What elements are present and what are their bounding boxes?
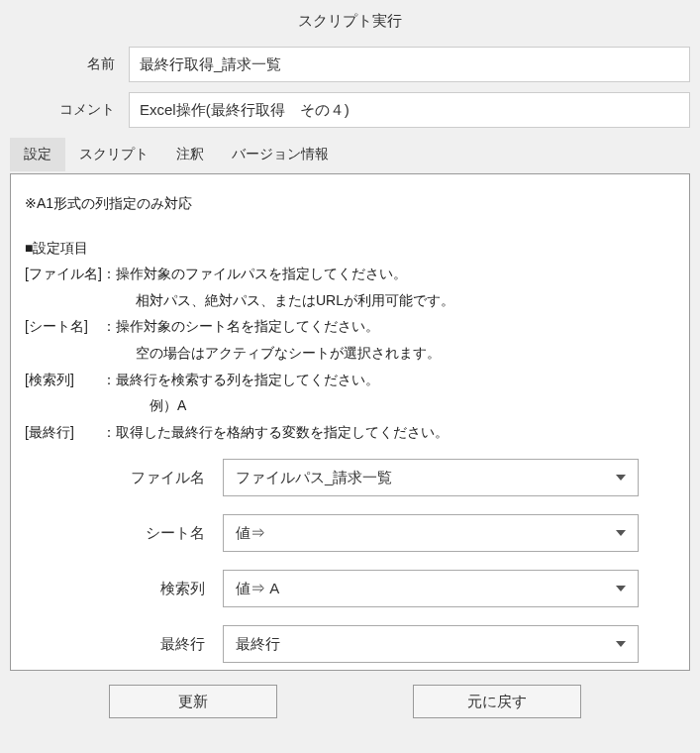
tab-settings[interactable]: 設定 (10, 138, 65, 171)
desc-searchcol-1: [検索列] ：最終行を検索する列を指定してください。 (25, 367, 675, 393)
desc-heading: ■設定項目 (25, 235, 675, 262)
lastrow-dropdown[interactable]: 最終行 (223, 625, 639, 663)
lastrow-field-label: 最終行 (104, 635, 223, 654)
sheetname-dropdown[interactable]: 値⇒ (223, 514, 639, 552)
desc-sheetname-2: 空の場合はアクティブなシートが選択されます。 (25, 340, 675, 367)
chevron-down-icon (616, 586, 626, 592)
filename-dropdown[interactable]: ファイルパス_請求一覧 (223, 459, 639, 496)
sheetname-field-label: シート名 (104, 524, 223, 543)
tab-bar: 設定 スクリプト 注釈 バージョン情報 (10, 138, 690, 171)
desc-filename-2: 相対パス、絶対パス、またはURLが利用可能です。 (25, 287, 675, 314)
name-label: 名前 (10, 55, 129, 73)
desc-lastrow-1: [最終行] ：取得した最終行を格納する変数を指定してください。 (25, 419, 675, 446)
desc-filename-1: [ファイル名]：操作対象のファイルパスを指定してください。 (25, 261, 675, 287)
chevron-down-icon (616, 475, 626, 481)
filename-field-label: ファイル名 (104, 469, 223, 487)
searchcol-dropdown-text: 値⇒ A (236, 580, 279, 598)
window-title: スクリプト実行 (0, 0, 700, 43)
desc-searchcol-2: 例）A (25, 392, 675, 419)
desc-sheetname-1: [シート名] ：操作対象のシート名を指定してください。 (25, 313, 675, 340)
lastrow-dropdown-text: 最終行 (236, 635, 280, 654)
chevron-down-icon (616, 530, 626, 536)
tab-annotation[interactable]: 注釈 (162, 138, 218, 171)
tab-version[interactable]: バージョン情報 (218, 138, 343, 171)
comment-input[interactable] (129, 92, 690, 128)
desc-a1-note: ※A1形式の列指定のみ対応 (25, 190, 675, 217)
chevron-down-icon (616, 641, 626, 647)
sheetname-dropdown-text: 値⇒ (236, 524, 265, 543)
tab-script[interactable]: スクリプト (65, 138, 162, 171)
searchcol-field-label: 検索列 (104, 580, 223, 598)
settings-panel: ※A1形式の列指定のみ対応 ■設定項目 [ファイル名]：操作対象のファイルパスを… (10, 173, 690, 671)
name-input[interactable] (129, 47, 690, 82)
update-button[interactable]: 更新 (109, 685, 277, 718)
searchcol-dropdown[interactable]: 値⇒ A (223, 570, 639, 607)
revert-button[interactable]: 元に戻す (413, 685, 581, 718)
comment-label: コメント (10, 101, 129, 119)
filename-dropdown-text: ファイルパス_請求一覧 (236, 469, 392, 487)
